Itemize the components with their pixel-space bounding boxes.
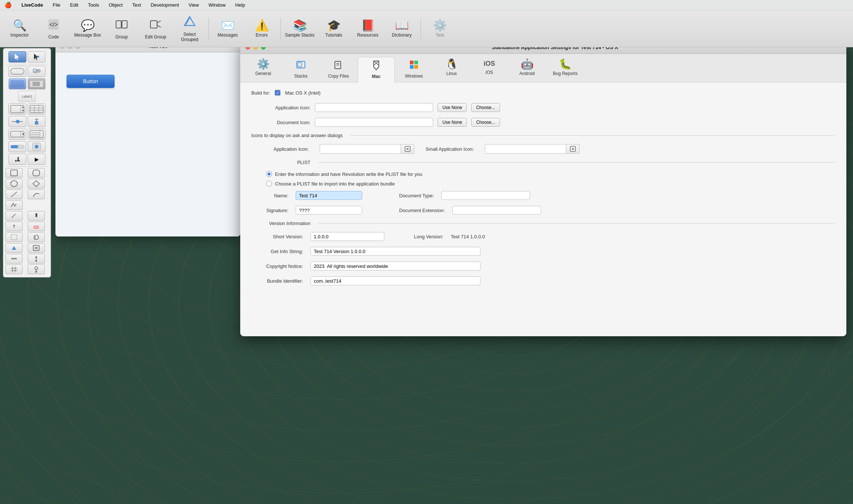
toolbar-tutorials-button[interactable]: 🎓 Tutorials bbox=[317, 13, 350, 45]
edit-menu[interactable]: Edit bbox=[68, 1, 79, 8]
plist-radio-1[interactable]: Enter the information and have Revolutio… bbox=[266, 171, 835, 177]
tab-bugreports[interactable]: 🐛 Bug Reports bbox=[546, 57, 584, 82]
app-icon-dialog-input[interactable] bbox=[320, 144, 401, 154]
doc-ext-input[interactable] bbox=[452, 206, 541, 215]
bundle-id-input[interactable] bbox=[310, 276, 480, 285]
toolbar-code-button[interactable]: </> Code bbox=[37, 13, 70, 45]
tab-android[interactable]: 🤖 Android bbox=[509, 57, 546, 82]
doc-type-input[interactable] bbox=[441, 191, 530, 200]
tab-ios[interactable]: iOS iOS bbox=[471, 57, 508, 82]
diamond-tool[interactable] bbox=[28, 179, 45, 188]
doc-icon-input[interactable] bbox=[315, 118, 433, 127]
dottedsel-tool[interactable] bbox=[6, 232, 23, 242]
svg-rect-56 bbox=[11, 235, 17, 240]
doc-type-label: Document Type: bbox=[399, 193, 434, 198]
toolbar-resources-button[interactable]: 📕 Resources bbox=[351, 13, 384, 45]
app-icon-use-none-btn[interactable]: Use None bbox=[438, 103, 467, 112]
tab-stacks[interactable]: Stacks bbox=[282, 57, 319, 82]
hslider-tool[interactable] bbox=[9, 116, 26, 127]
toolbar-samplestacks-button[interactable]: 📚 Sample Stacks bbox=[283, 13, 316, 45]
toolbar-test-button[interactable]: ⚙️ Test bbox=[423, 13, 456, 45]
version-section-label: Version Information bbox=[251, 221, 310, 226]
messages-icon: ✉️ bbox=[221, 20, 235, 31]
small-app-icon-pick-btn[interactable] bbox=[566, 144, 580, 154]
toolbar-messages-button[interactable]: ✉️ Messages bbox=[211, 13, 244, 45]
toolbar-group-button[interactable]: Group bbox=[105, 13, 138, 45]
combo-tool[interactable]: ▼ bbox=[9, 129, 26, 140]
image-tool[interactable]: 🏞 bbox=[9, 154, 26, 165]
label-tool[interactable]: Label: | bbox=[18, 91, 36, 102]
app-icon-input[interactable] bbox=[315, 103, 433, 112]
spin-tool[interactable]: ▲▼ bbox=[9, 103, 26, 115]
copyright-input[interactable] bbox=[310, 262, 480, 270]
small-app-icon-input[interactable] bbox=[485, 144, 566, 154]
apple-menu[interactable]: 🍎 bbox=[4, 1, 12, 8]
radio-1-dot[interactable] bbox=[266, 171, 272, 177]
clip-tool[interactable] bbox=[28, 243, 45, 253]
toolbar-dictionary-button[interactable]: 📖 Dictionary bbox=[385, 13, 418, 45]
development-menu[interactable]: Development bbox=[149, 1, 181, 8]
roundrect-tool[interactable] bbox=[28, 168, 45, 178]
app-icon-choose-btn[interactable]: Choose... bbox=[471, 103, 500, 112]
radio-2-dot[interactable] bbox=[266, 181, 272, 187]
view-menu[interactable]: View bbox=[187, 1, 200, 8]
select-tool[interactable] bbox=[9, 51, 26, 62]
toolbar-inspector-button[interactable]: 🔍 Inspector bbox=[3, 13, 36, 45]
tab-linux[interactable]: 🐧 Linux bbox=[433, 57, 470, 82]
toolbar-selectgrouped-button[interactable]: Select Grouped bbox=[173, 13, 206, 45]
toolbar-errors-button[interactable]: ⚠️ Errors bbox=[245, 13, 278, 45]
short-version-input[interactable] bbox=[310, 232, 384, 241]
canvas-button[interactable]: Button bbox=[67, 75, 115, 88]
tab-general[interactable]: ⚙️ General bbox=[245, 57, 282, 82]
signature-input[interactable] bbox=[296, 206, 362, 215]
vslider-tool[interactable] bbox=[28, 116, 45, 127]
curve-tool[interactable] bbox=[28, 190, 45, 199]
fill-tool[interactable] bbox=[6, 243, 23, 253]
pen-tool[interactable] bbox=[28, 254, 45, 263]
plist-radio-2[interactable]: Choose a PLIST file to import into the a… bbox=[266, 181, 835, 187]
tab-copyfiles[interactable]: Copy Files bbox=[320, 57, 357, 82]
object-menu[interactable]: Object bbox=[107, 1, 124, 8]
player-tool[interactable]: ▶ bbox=[28, 154, 45, 165]
tools-menu[interactable]: Tools bbox=[86, 1, 101, 8]
help-menu[interactable]: Help bbox=[234, 1, 247, 8]
lassosel-tool[interactable] bbox=[28, 232, 45, 242]
canvas-area[interactable]: Button bbox=[55, 52, 240, 236]
tab-mac[interactable]: Mac bbox=[358, 57, 395, 82]
field-tool[interactable] bbox=[9, 78, 26, 89]
list-tool[interactable] bbox=[28, 129, 45, 140]
scrollbar-tool[interactable] bbox=[28, 78, 45, 89]
dictionary-icon: 📖 bbox=[395, 20, 409, 31]
checkbox-tool[interactable] bbox=[28, 66, 45, 77]
toolbar-messagebox-button[interactable]: 💬 Message Box bbox=[71, 13, 104, 45]
eraser-tool[interactable] bbox=[28, 222, 45, 231]
pencil-tool[interactable] bbox=[6, 211, 23, 221]
toolbar-editgroup-button[interactable]: Edit Group bbox=[139, 13, 172, 45]
eyedrop-tool[interactable] bbox=[28, 265, 45, 274]
doc-icon-use-none-btn[interactable]: Use None bbox=[438, 118, 467, 127]
table-tool[interactable] bbox=[28, 103, 45, 115]
oval-tool[interactable] bbox=[6, 179, 23, 188]
button-tool[interactable] bbox=[9, 66, 26, 77]
brush-tool[interactable] bbox=[28, 211, 45, 221]
doc-icon-choose-btn[interactable]: Choose... bbox=[471, 118, 500, 127]
grid-tool[interactable] bbox=[6, 265, 23, 274]
build-for-checkbox[interactable]: ✓ bbox=[275, 90, 281, 96]
progressbar-tool[interactable] bbox=[9, 141, 26, 152]
app-icon-dialog-pick-btn[interactable] bbox=[401, 144, 414, 154]
file-menu[interactable]: File bbox=[51, 1, 62, 8]
get-info-input[interactable] bbox=[310, 247, 480, 256]
pointer-tool[interactable] bbox=[28, 51, 45, 62]
resources-label: Resources bbox=[357, 33, 378, 38]
name-input[interactable] bbox=[296, 191, 362, 200]
dots-tool[interactable] bbox=[6, 254, 23, 263]
rect-tool[interactable] bbox=[6, 168, 23, 178]
text-menu[interactable]: Text bbox=[131, 1, 143, 8]
tab-windows[interactable]: Windows bbox=[395, 57, 432, 82]
scrollbar2-tool[interactable] bbox=[28, 141, 45, 152]
livecode-menu[interactable]: LiveCode bbox=[20, 1, 45, 8]
window-menu[interactable]: Window bbox=[207, 1, 227, 8]
text-tool[interactable]: T bbox=[6, 222, 23, 231]
line-tool[interactable] bbox=[6, 190, 23, 199]
freehand-tool[interactable] bbox=[6, 200, 23, 210]
